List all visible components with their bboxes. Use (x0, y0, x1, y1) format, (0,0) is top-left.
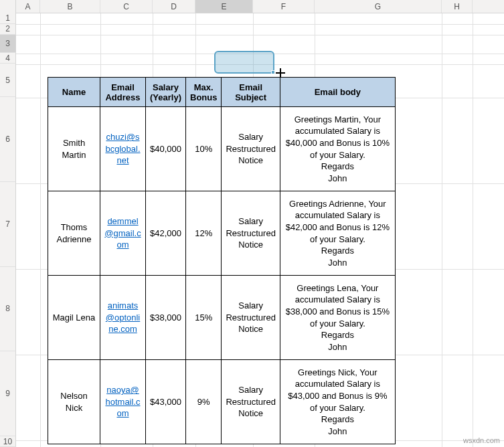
cell-subject[interactable]: Salary Restructured Notice (222, 360, 280, 444)
header-subject[interactable]: Email Subject (222, 78, 280, 107)
cell-name[interactable]: Thoms Adrienne (48, 191, 100, 276)
row-header-9[interactable]: 9 (0, 351, 16, 436)
cell-bonus[interactable]: 15% (186, 276, 222, 360)
spreadsheet: ABCDEFGH 12345678910 Name Email Address … (0, 0, 504, 447)
select-all-corner[interactable] (0, 0, 16, 13)
header-salary[interactable]: Salary (Yearly) (146, 78, 186, 107)
col-header-H[interactable]: H (442, 0, 473, 13)
cell-body[interactable]: Greetings Adrienne, Your accumulated Sal… (280, 191, 395, 276)
cell-subject[interactable]: Salary Restructured Notice (222, 191, 280, 276)
email-link[interactable]: naoya@hotmail.com (105, 385, 140, 418)
cell-body[interactable]: Greetings Lena, Your accumulated Salary … (280, 276, 395, 360)
cell-email[interactable]: naoya@hotmail.com (100, 360, 146, 444)
cell-email[interactable]: demmel@gmail.com (100, 191, 146, 276)
email-link[interactable]: chuzi@sbcglobal.net (105, 132, 140, 165)
cell-body[interactable]: Greetings Martin, Your accumulated Salar… (280, 107, 395, 191)
table-row: Thoms Adriennedemmel@gmail.com$42,00012%… (48, 191, 396, 276)
column-header-row: ABCDEFGH (0, 0, 504, 13)
cell-email[interactable]: chuzi@sbcglobal.net (100, 107, 146, 191)
email-link[interactable]: animats@optonline.com (106, 300, 141, 334)
col-header-D[interactable]: D (153, 0, 195, 13)
row-header-8[interactable]: 8 (0, 267, 16, 352)
col-header-A[interactable]: A (16, 0, 40, 13)
cell-body[interactable]: Greetings Nick, Your accumulated Salary … (280, 360, 395, 444)
grid-area[interactable]: Name Email Address Salary (Yearly) Max. … (16, 13, 504, 447)
data-table: Name Email Address Salary (Yearly) Max. … (48, 77, 396, 444)
col-header-E[interactable]: E (195, 0, 253, 13)
col-header-C[interactable]: C (100, 0, 153, 13)
row-header-5[interactable]: 5 (0, 64, 16, 97)
cell-subject[interactable]: Salary Restructured Notice (222, 276, 280, 360)
col-header-G[interactable]: G (315, 0, 442, 13)
fill-handle[interactable] (271, 70, 275, 74)
header-name[interactable]: Name (48, 78, 100, 107)
email-link[interactable]: demmel@gmail.com (104, 216, 141, 250)
table-row: Magil Lenaanimats@optonline.com$38,00015… (48, 276, 396, 360)
header-email[interactable]: Email Address (100, 78, 146, 107)
row-header-col: 12345678910 (0, 13, 16, 447)
row-header-2[interactable]: 2 (0, 24, 16, 35)
col-header-B[interactable]: B (40, 0, 100, 13)
row-header-3[interactable]: 3 (0, 35, 16, 54)
cell-salary[interactable]: $43,000 (146, 360, 186, 444)
cell-salary[interactable]: $42,000 (146, 191, 186, 276)
cell-name[interactable]: Nelson Nick (48, 360, 100, 444)
cell-email[interactable]: animats@optonline.com (100, 276, 146, 360)
row-header-1[interactable]: 1 (0, 13, 16, 24)
cell-bonus[interactable]: 10% (186, 107, 222, 191)
cell-salary[interactable]: $40,000 (146, 107, 186, 191)
cell-name[interactable]: Magil Lena (48, 276, 100, 360)
table-body: Smith Martinchuzi@sbcglobal.net$40,00010… (48, 107, 396, 444)
cell-bonus[interactable]: 12% (186, 191, 222, 276)
row-header-4[interactable]: 4 (0, 53, 16, 64)
table-row: Smith Martinchuzi@sbcglobal.net$40,00010… (48, 107, 396, 191)
cell-bonus[interactable]: 9% (186, 360, 222, 444)
row-header-7[interactable]: 7 (0, 182, 16, 267)
watermark: wsxdn.com (463, 436, 500, 444)
cursor-crosshair-icon (276, 68, 285, 78)
col-header-F[interactable]: F (253, 0, 315, 13)
cell-name[interactable]: Smith Martin (48, 107, 100, 191)
cell-selection[interactable] (214, 51, 274, 74)
header-body[interactable]: Email body (280, 78, 395, 107)
cell-subject[interactable]: Salary Restructured Notice (222, 107, 280, 191)
cell-salary[interactable]: $38,000 (146, 276, 186, 360)
row-header-10[interactable]: 10 (0, 436, 16, 447)
header-bonus[interactable]: Max. Bonus (186, 78, 222, 107)
row-header-6[interactable]: 6 (0, 97, 16, 182)
table-row: Nelson Nicknaoya@hotmail.com$43,0009%Sal… (48, 360, 396, 444)
table-header-row: Name Email Address Salary (Yearly) Max. … (48, 78, 396, 107)
